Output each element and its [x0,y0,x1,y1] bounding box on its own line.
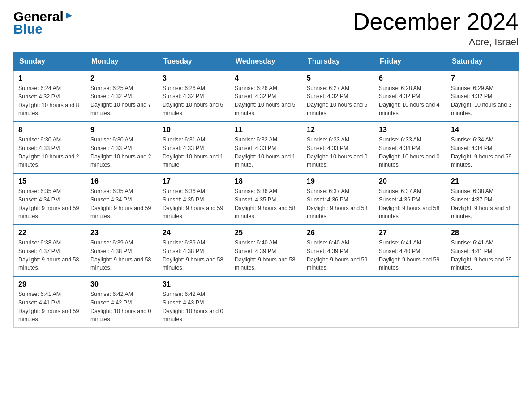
calendar-cell: 1 Sunrise: 6:24 AMSunset: 4:32 PMDayligh… [14,70,86,122]
day-info: Sunrise: 6:39 AMSunset: 4:38 PMDaylight:… [163,239,225,272]
day-info: Sunrise: 6:41 AMSunset: 4:41 PMDaylight:… [18,290,81,324]
logo-arrow-icon [64,11,74,21]
day-info: Sunrise: 6:29 AMSunset: 4:32 PMDaylight:… [451,84,514,118]
calendar-cell: 10 Sunrise: 6:31 AMSunset: 4:33 PMDaylig… [158,122,230,173]
day-info: Sunrise: 6:41 AMSunset: 4:40 PMDaylight:… [379,239,442,272]
calendar-cell: 28 Sunrise: 6:41 AMSunset: 4:41 PMDaylig… [446,225,519,276]
calendar-cell: 12 Sunrise: 6:33 AMSunset: 4:33 PMDaylig… [302,122,374,173]
day-number: 2 [90,74,153,82]
day-info: Sunrise: 6:35 AMSunset: 4:34 PMDaylight:… [18,187,81,221]
day-info: Sunrise: 6:30 AMSunset: 4:33 PMDaylight:… [18,136,81,169]
day-number: 20 [379,177,442,185]
day-number: 21 [451,177,514,185]
svg-marker-0 [66,13,72,19]
day-info: Sunrise: 6:25 AMSunset: 4:32 PMDaylight:… [90,84,153,118]
calendar-cell: 7 Sunrise: 6:29 AMSunset: 4:32 PMDayligh… [446,70,519,122]
calendar-cell: 29 Sunrise: 6:41 AMSunset: 4:41 PMDaylig… [14,276,86,328]
day-number: 22 [18,229,81,237]
day-number: 3 [163,74,225,82]
calendar-cell: 16 Sunrise: 6:35 AMSunset: 4:34 PMDaylig… [86,173,158,225]
day-number: 19 [307,177,369,185]
calendar-cell [230,276,302,328]
calendar-table: SundayMondayTuesdayWednesdayThursdayFrid… [13,52,519,328]
calendar-cell: 3 Sunrise: 6:26 AMSunset: 4:32 PMDayligh… [158,70,230,122]
day-info: Sunrise: 6:41 AMSunset: 4:41 PMDaylight:… [451,239,514,272]
day-number: 9 [90,126,153,134]
day-number: 15 [18,177,81,185]
day-info: Sunrise: 6:32 AMSunset: 4:33 PMDaylight:… [235,136,297,169]
day-number: 12 [307,126,369,134]
location-text: Acre, Israel [353,36,519,48]
calendar-cell [446,276,519,328]
day-info: Sunrise: 6:38 AMSunset: 4:37 PMDaylight:… [18,239,81,272]
day-number: 16 [90,177,153,185]
calendar-header-tuesday: Tuesday [158,53,230,71]
day-info: Sunrise: 6:33 AMSunset: 4:33 PMDaylight:… [307,136,369,169]
calendar-cell: 24 Sunrise: 6:39 AMSunset: 4:38 PMDaylig… [158,225,230,276]
day-info: Sunrise: 6:38 AMSunset: 4:37 PMDaylight:… [451,187,514,221]
calendar-cell: 25 Sunrise: 6:40 AMSunset: 4:39 PMDaylig… [230,225,302,276]
day-info: Sunrise: 6:39 AMSunset: 4:38 PMDaylight:… [90,239,153,272]
day-number: 31 [163,280,225,288]
day-number: 4 [235,74,297,82]
day-number: 25 [235,229,297,237]
logo: General Blue [13,9,74,37]
day-info: Sunrise: 6:42 AMSunset: 4:42 PMDaylight:… [90,290,153,324]
day-number: 26 [307,229,369,237]
calendar-week-row: 15 Sunrise: 6:35 AMSunset: 4:34 PMDaylig… [14,173,519,225]
calendar-cell: 15 Sunrise: 6:35 AMSunset: 4:34 PMDaylig… [14,173,86,225]
calendar-cell: 22 Sunrise: 6:38 AMSunset: 4:37 PMDaylig… [14,225,86,276]
calendar-cell [374,276,446,328]
calendar-cell: 5 Sunrise: 6:27 AMSunset: 4:32 PMDayligh… [302,70,374,122]
calendar-cell: 20 Sunrise: 6:37 AMSunset: 4:36 PMDaylig… [374,173,446,225]
calendar-header-friday: Friday [374,53,446,71]
day-number: 14 [451,126,514,134]
day-number: 30 [90,280,153,288]
day-info: Sunrise: 6:37 AMSunset: 4:36 PMDaylight:… [307,187,369,221]
day-info: Sunrise: 6:40 AMSunset: 4:39 PMDaylight:… [235,239,297,272]
calendar-week-row: 1 Sunrise: 6:24 AMSunset: 4:32 PMDayligh… [14,70,519,122]
day-number: 27 [379,229,442,237]
calendar-cell [302,276,374,328]
day-number: 6 [379,74,442,82]
calendar-week-row: 22 Sunrise: 6:38 AMSunset: 4:37 PMDaylig… [14,225,519,276]
calendar-cell: 23 Sunrise: 6:39 AMSunset: 4:38 PMDaylig… [86,225,158,276]
day-number: 7 [451,74,514,82]
day-info: Sunrise: 6:24 AMSunset: 4:32 PMDaylight:… [18,84,81,118]
day-info: Sunrise: 6:40 AMSunset: 4:39 PMDaylight:… [307,239,369,272]
day-info: Sunrise: 6:31 AMSunset: 4:33 PMDaylight:… [163,136,225,169]
calendar-cell: 9 Sunrise: 6:30 AMSunset: 4:33 PMDayligh… [86,122,158,173]
calendar-cell: 18 Sunrise: 6:36 AMSunset: 4:35 PMDaylig… [230,173,302,225]
calendar-cell: 11 Sunrise: 6:32 AMSunset: 4:33 PMDaylig… [230,122,302,173]
calendar-cell: 31 Sunrise: 6:42 AMSunset: 4:43 PMDaylig… [158,276,230,328]
calendar-cell: 21 Sunrise: 6:38 AMSunset: 4:37 PMDaylig… [446,173,519,225]
day-info: Sunrise: 6:34 AMSunset: 4:34 PMDaylight:… [451,136,514,169]
day-info: Sunrise: 6:36 AMSunset: 4:35 PMDaylight:… [163,187,225,221]
calendar-header-thursday: Thursday [302,53,374,71]
calendar-cell: 6 Sunrise: 6:28 AMSunset: 4:32 PMDayligh… [374,70,446,122]
day-number: 10 [163,126,225,134]
day-info: Sunrise: 6:26 AMSunset: 4:32 PMDaylight:… [163,84,225,118]
day-number: 29 [18,280,81,288]
day-info: Sunrise: 6:33 AMSunset: 4:34 PMDaylight:… [379,136,442,169]
calendar-cell: 2 Sunrise: 6:25 AMSunset: 4:32 PMDayligh… [86,70,158,122]
calendar-cell: 8 Sunrise: 6:30 AMSunset: 4:33 PMDayligh… [14,122,86,173]
day-info: Sunrise: 6:35 AMSunset: 4:34 PMDaylight:… [90,187,153,221]
title-section: December 2024 Acre, Israel [353,9,519,48]
day-number: 11 [235,126,297,134]
calendar-cell: 27 Sunrise: 6:41 AMSunset: 4:40 PMDaylig… [374,225,446,276]
day-number: 24 [163,229,225,237]
day-number: 17 [163,177,225,185]
calendar-header-wednesday: Wednesday [230,53,302,71]
calendar-header-row: SundayMondayTuesdayWednesdayThursdayFrid… [14,53,519,71]
day-info: Sunrise: 6:30 AMSunset: 4:33 PMDaylight:… [90,136,153,169]
day-number: 1 [18,74,81,82]
day-info: Sunrise: 6:37 AMSunset: 4:36 PMDaylight:… [379,187,442,221]
calendar-cell: 17 Sunrise: 6:36 AMSunset: 4:35 PMDaylig… [158,173,230,225]
logo-blue-text: Blue [13,21,43,37]
calendar-cell: 26 Sunrise: 6:40 AMSunset: 4:39 PMDaylig… [302,225,374,276]
month-title: December 2024 [353,9,519,34]
calendar-week-row: 29 Sunrise: 6:41 AMSunset: 4:41 PMDaylig… [14,276,519,328]
day-number: 18 [235,177,297,185]
calendar-cell: 30 Sunrise: 6:42 AMSunset: 4:42 PMDaylig… [86,276,158,328]
